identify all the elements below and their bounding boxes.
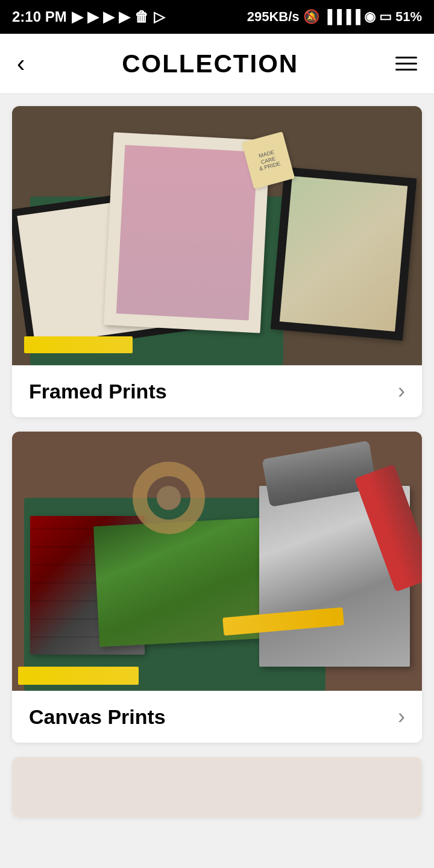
- wifi-icon: ◉: [364, 9, 376, 25]
- canvas-prints-card[interactable]: Canvas Prints ›: [12, 432, 422, 743]
- canvas-prints-label[interactable]: Canvas Prints ›: [12, 691, 422, 743]
- menu-line-2: [395, 63, 417, 64]
- status-bar: 2:10 PM ▶ ▶ ▶ ▶ 🗑 ▷ 295KB/s 🔕 ▐▐▐▐ ◉ ▭ 5…: [0, 0, 434, 34]
- signal-icon: ▐▐▐▐: [323, 9, 360, 25]
- youtube-icon-3: ▶: [103, 8, 114, 25]
- play-icon: ▷: [154, 8, 165, 25]
- cp-ruler: [18, 667, 139, 685]
- photo-couple: [122, 151, 251, 314]
- status-right: 295KB/s 🔕 ▐▐▐▐ ◉ ▭ 51%: [247, 9, 422, 25]
- youtube-icon: ▶: [72, 8, 83, 25]
- framed-prints-card[interactable]: MADECARE& PRIDE Framed Prints ›: [12, 106, 422, 417]
- framed-prints-bg: MADECARE& PRIDE: [12, 106, 422, 365]
- canvas-prints-title: Canvas Prints: [29, 705, 166, 729]
- page-title: COLLECTION: [122, 49, 298, 78]
- canvas-prints-image: [12, 432, 422, 691]
- youtube-icon-2: ▶: [87, 8, 98, 25]
- data-speed: 295KB/s: [247, 9, 300, 25]
- youtube-icon-4: ▶: [119, 8, 130, 25]
- framed-prints-image: MADECARE& PRIDE: [12, 106, 422, 365]
- cp-tape-inner: [157, 486, 181, 510]
- third-card-partial[interactable]: [12, 757, 422, 817]
- battery-percent: 51%: [395, 9, 422, 25]
- menu-line-1: [395, 57, 417, 58]
- status-left: 2:10 PM ▶ ▶ ▶ ▶ 🗑 ▷: [12, 8, 165, 25]
- framed-prints-chevron: ›: [398, 379, 405, 404]
- status-time: 2:10 PM: [12, 8, 67, 25]
- app-header: ‹ COLLECTION: [0, 34, 434, 94]
- frame-right: [271, 167, 417, 341]
- framed-prints-title: Framed Prints: [29, 380, 167, 403]
- cp-tape: [133, 462, 205, 534]
- battery-icon: ▭: [379, 9, 392, 25]
- ruler: [24, 336, 133, 353]
- third-card-image-partial: [12, 757, 422, 817]
- frame-center: [104, 132, 270, 333]
- menu-button[interactable]: [395, 57, 417, 71]
- trash-icon: 🗑: [134, 8, 149, 25]
- collection-content: MADECARE& PRIDE Framed Prints ›: [0, 94, 434, 817]
- menu-line-3: [395, 69, 417, 71]
- canvas-prints-bg: [12, 432, 422, 691]
- mute-icon: 🔕: [303, 9, 319, 25]
- framed-prints-label[interactable]: Framed Prints ›: [12, 365, 422, 417]
- back-button[interactable]: ‹: [17, 50, 25, 77]
- canvas-prints-chevron: ›: [398, 704, 405, 729]
